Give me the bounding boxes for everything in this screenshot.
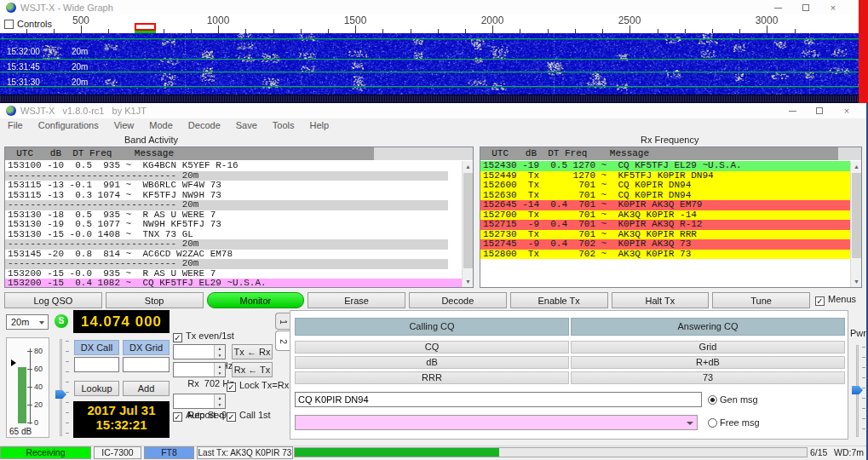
waterfall-gain-slider[interactable]	[55, 337, 69, 438]
checkbox-icon: ✓	[815, 296, 825, 306]
rx-frequency-list: 152430 -19 0.5 1270 ~ CQ KF5TFJ EL29 ~U.…	[480, 161, 850, 287]
menu-item-help[interactable]: Help	[302, 118, 337, 130]
time-display: 15:32:21	[73, 417, 170, 432]
scroll-thumb[interactable]	[852, 173, 861, 258]
decode-button[interactable]: Decode	[409, 292, 507, 308]
spinner-arrows-icon[interactable]: ▲▼	[214, 394, 225, 408]
tx-even-checkbox[interactable]: ✓Tx even/1st	[173, 331, 234, 342]
pwr-slider[interactable]	[852, 343, 865, 439]
tune-button[interactable]: Tune	[712, 292, 810, 308]
menu-item-save[interactable]: Save	[228, 118, 265, 130]
band-select[interactable]: 20m	[6, 314, 49, 330]
tx-marker[interactable]	[135, 23, 156, 31]
decode-row[interactable]: 152715 -9 0.4 701 ~ K0PIR AK3Q R-12	[480, 220, 850, 230]
maximize-icon[interactable]	[796, 2, 815, 14]
waterfall[interactable]	[0, 33, 859, 103]
frequency-display[interactable]: 14.074 000	[73, 310, 170, 333]
action-button-bar: Log QSOStopMonitorEraseDecodeEnable TxHa…	[4, 292, 810, 308]
msg-button-rrr[interactable]: RRR	[295, 371, 569, 384]
close-icon[interactable]: ×	[824, 2, 842, 14]
halt-tx-button[interactable]: Halt Tx	[612, 292, 710, 308]
erase-button[interactable]: Erase	[308, 292, 405, 308]
enable-tx-button[interactable]: Enable Tx	[510, 292, 608, 308]
report-spinner[interactable]: Report -9 ▲▼	[173, 394, 226, 409]
add-button[interactable]: Add	[123, 381, 170, 396]
scroll-up-icon[interactable]: ▲	[463, 161, 474, 172]
freq-scale[interactable]: Controls 50010001500200025003000	[0, 14, 859, 33]
decode-row[interactable]: 152430 -19 0.5 1270 ~ CQ KF5TFJ EL29 ~U.…	[480, 161, 850, 171]
lookup-button[interactable]: Lookup	[74, 381, 119, 396]
rx-freq-spinner[interactable]: Rx 702 Hz ▲▼	[173, 362, 226, 377]
auto-seq-checkbox[interactable]: ✓Auto Seq	[173, 410, 224, 422]
free-msg-combo[interactable]	[295, 415, 698, 430]
gen-msg-radio[interactable]: Gen msg	[708, 394, 758, 405]
msg-button-grid[interactable]: Grid	[571, 341, 845, 354]
meter-tick	[27, 351, 32, 352]
minimize-icon[interactable]	[768, 2, 787, 14]
call-1st-checkbox[interactable]: ✓Call 1st	[227, 410, 271, 422]
menu-item-decode[interactable]: Decode	[181, 118, 228, 130]
scroll-up-icon[interactable]: ▲	[851, 161, 862, 172]
minimize-icon[interactable]	[783, 105, 802, 117]
msg-button-db[interactable]: dB	[295, 356, 569, 369]
band-activity-label: Band Activity	[124, 135, 178, 145]
meter-value: 65 dB	[9, 427, 32, 436]
meter-tick-label: 40	[34, 382, 43, 391]
decode-row[interactable]: 153200 -15 0.4 1082 ~ CQ KF5TFJ EL29 ~U.…	[5, 279, 462, 287]
menu-item-configurations[interactable]: Configurations	[31, 118, 106, 130]
free-msg-radio[interactable]: Free msg	[708, 417, 760, 428]
maximize-icon[interactable]	[810, 105, 829, 117]
decode-separator-row[interactable]: ------------------------------ 20m	[5, 239, 448, 250]
decode-row[interactable]: 153100 -10 0.5 935 ~ KG4BCN K5YEF R-16	[5, 161, 462, 171]
scroll-down-icon[interactable]: ▼	[463, 276, 474, 287]
scroll-thumb[interactable]	[463, 173, 473, 268]
log-qso-button[interactable]: Log QSO	[4, 292, 102, 308]
decode-separator-row[interactable]: ------------------------------ 20m	[5, 200, 448, 210]
spinner-arrows-icon[interactable]: ▲▼	[214, 345, 225, 359]
tx-freq-spinner[interactable]: Tx 702 Hz ▲▼	[173, 344, 226, 359]
band-activity-scrollbar[interactable]: ▲ ▼	[462, 161, 473, 287]
decode-row[interactable]: 152600 Tx 701 ~ CQ K0PIR DN94	[480, 181, 850, 191]
menu-item-tools[interactable]: Tools	[265, 118, 302, 130]
lock-txrx-checkbox[interactable]: ✓Lock Tx=Rx	[227, 380, 289, 392]
spinner-arrows-icon[interactable]: ▲▼	[214, 363, 225, 377]
dx-grid-input[interactable]	[123, 357, 170, 372]
decode-row[interactable]: 153115 -13 -0.1 991 ~ WB6RLC WF4W 73	[5, 181, 462, 191]
decode-separator-row[interactable]: ------------------------------ 20m	[5, 259, 448, 269]
msg-button-73[interactable]: 73	[571, 371, 845, 384]
meter-bar	[18, 367, 26, 423]
msg-button-cq[interactable]: CQ	[295, 341, 569, 354]
menu-item-view[interactable]: View	[106, 118, 142, 130]
message-tab-1[interactable]: 1	[275, 313, 290, 330]
dx-call-input[interactable]	[74, 357, 119, 372]
decode-row[interactable]: 152645 -14 0.4 701 ~ K0PIR AK3Q EM79	[480, 200, 850, 210]
status-rig: IC-7300	[94, 446, 141, 459]
gen-msg-input[interactable]	[295, 392, 702, 407]
menus-checkbox[interactable]: ✓Menus	[815, 294, 856, 306]
meter-tick-label: 0	[34, 418, 38, 427]
decode-row[interactable]: 152800 Tx 702 ~ AK3Q K0PIR 73	[480, 250, 850, 260]
status-mode: FT8	[144, 446, 194, 459]
rx-from-tx-button[interactable]: Rx ← Tx	[232, 362, 273, 377]
scroll-down-icon[interactable]: ▼	[851, 276, 862, 287]
sync-status-button[interactable]: S	[55, 314, 68, 328]
tx-from-rx-button[interactable]: Tx ← Rx	[232, 344, 273, 359]
decode-row[interactable]: 153130 -19 0.5 1077 ~ NW9H KF5TFJ 73	[5, 220, 462, 230]
close-icon[interactable]: ×	[837, 105, 856, 117]
menu-item-mode[interactable]: Mode	[141, 118, 181, 130]
message-tab-2[interactable]: 2	[275, 331, 290, 351]
meter-tick-label: 20	[34, 400, 43, 409]
meter-tick	[27, 387, 32, 388]
decode-row[interactable]: 152745 -9 0.4 702 ~ K0PIR AK3Q 73	[480, 239, 850, 250]
scale-ticks	[0, 26, 859, 33]
band-activity-panel: UTC dB DT Freq Message 153100 -10 0.5 93…	[4, 147, 474, 288]
stop-button[interactable]: Stop	[106, 292, 204, 308]
checkbox-icon: ✓	[227, 412, 236, 422]
scale-label: 1500	[344, 14, 367, 26]
menu-item-file[interactable]: File	[0, 118, 31, 130]
watchdog-timer: WD:7m	[834, 447, 864, 457]
checkbox-icon: ✓	[227, 382, 236, 392]
monitor-button[interactable]: Monitor	[207, 292, 305, 308]
rx-frequency-scrollbar[interactable]: ▲ ▼	[850, 161, 861, 287]
msg-button-rdb[interactable]: R+dB	[571, 356, 845, 369]
